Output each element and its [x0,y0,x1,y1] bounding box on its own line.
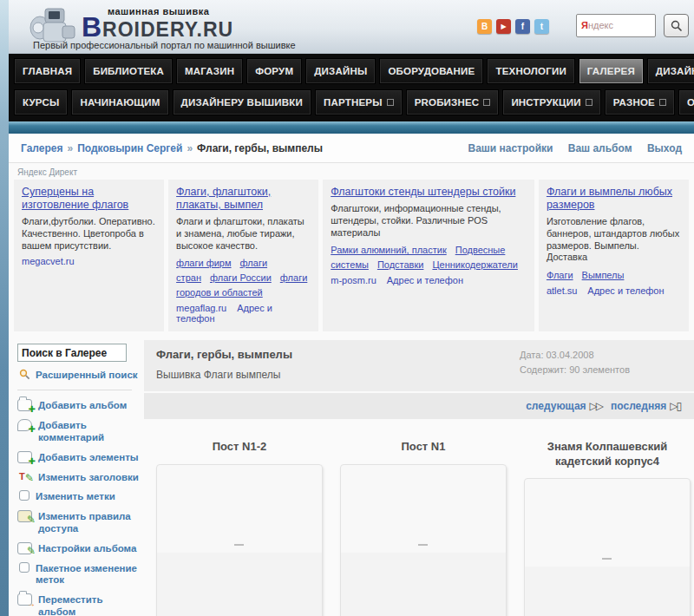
dropdown-indicator-icon [586,99,593,106]
sidebar-action[interactable]: Настройки альбома [17,542,139,555]
user-album-link[interactable]: Ваш альбом [568,142,632,154]
ad-link[interactable]: Рамки алюминий, пластик [331,245,447,255]
youtube-icon[interactable] [496,19,511,34]
gallery-cards: Пост N1-2 Дата: 10.06.2015 Новый « опера… [144,419,694,616]
dropdown-indicator-icon [387,99,394,106]
ad-link[interactable]: Вымпелы [582,270,625,280]
sidebar-action[interactable]: Изменить правила доступа [17,510,139,535]
breadcrumb-link-gallery[interactable]: Галерея [21,142,62,154]
user-links: Ваши настройки Ваш альбом Выход [455,142,682,154]
nav-item[interactable]: ПАРТНЕРЫ [315,89,403,115]
pagination-next[interactable]: следующая [526,400,586,412]
item-title: Пост N1 [345,440,501,454]
ad-title[interactable]: Суперцены на изготовление флагов [22,186,156,212]
breadcrumb-link-author[interactable]: Подковырин Сергей [77,142,182,154]
nav-item[interactable]: РАЗНОЕ [605,89,675,115]
nav-item[interactable]: КУРСЫ [14,89,68,115]
edit-access-icon [17,510,32,522]
search-button[interactable] [664,14,689,37]
broken-image-icon [418,544,428,546]
edit-tags-icon [19,490,29,501]
ad-contact[interactable]: Адрес и телефон [587,285,664,296]
nav-item[interactable]: ОБОРУДОВАНИЕ [379,58,483,84]
ad-block: Флагштоки стенды штендеры стойки Флагшто… [323,180,534,331]
ad-title[interactable]: Флагштоки стенды штендеры стойки [331,186,527,199]
edit-titles-icon [17,471,32,483]
sidebar-action[interactable]: Переместить альбом [17,593,139,616]
album-subtitle: Вышивка Флаги вымпелы [156,369,292,381]
yandex-direct-label: Яндекс Директ [17,167,694,177]
nav-item[interactable]: ДИЗАЙНЕРУ ВЫШИВКИ [173,89,311,115]
nav-item[interactable]: МАГАЗИН [176,58,243,84]
site-header: машинная вышивка BROIDERY.RU Первый проф… [9,0,694,54]
twitter-icon[interactable] [534,19,549,34]
ad-text: Флагштоки, информационные стенды, штенде… [331,203,527,239]
yandex-search-widget: Яндекс [576,14,689,37]
gallery-search-input[interactable] [17,344,127,362]
main-row: Расширенный поиск Добавить альбом Добави… [9,340,694,616]
pagination-bar: следующая▷▷последняя▷▯ [144,391,694,419]
ad-link[interactable]: флаги России [210,272,272,283]
sidebar-action[interactable]: Добавить элементы [17,451,139,464]
sidebar-action[interactable]: Изменить заголовки [17,471,139,484]
content-area: Галерея»Подковырин Сергей»Флаги, гербы, … [9,134,694,616]
item-thumbnail[interactable] [524,478,691,616]
album-header: Флаги, гербы, вымпелы Вышивка Флаги вымп… [144,340,694,391]
nav-item[interactable]: ИНСТРУКЦИИ [502,89,600,115]
logo-title: BROIDERY.RU [82,16,233,40]
ad-domain[interactable]: m-posm.ru [331,275,376,285]
ad-links: Рамки алюминий, пластикПодвесные системы… [331,243,527,272]
item-title: Знамя Колпашевский кадетский корпус4 [529,440,685,469]
ad-domain[interactable]: megaflag.ru [176,303,226,313]
nav-item[interactable]: БИБЛИОТЕКА [84,58,173,84]
ad-contact[interactable]: Адрес и телефон [387,275,463,285]
sidebar-action[interactable]: Добавить комментарий [17,419,139,444]
breadcrumb-bar: Галерея»Подковырин Сергей»Флаги, гербы, … [9,134,694,163]
album-date: Дата: 03.04.2008 [520,348,630,363]
sidebar-actions: Добавить альбом Добавить комментарий Доб… [17,399,139,616]
pagination-last[interactable]: последняя [611,400,666,412]
ad-footer: atlet.suАдрес и телефон [547,285,681,296]
ad-text: Флаги и флагштоки, плакаты и знамена, лю… [176,216,311,252]
nav-item[interactable]: ГЛАВНАЯ [14,58,81,84]
logout-link[interactable]: Выход [647,142,682,154]
ad-link[interactable]: флаги фирм [176,258,231,268]
advanced-search-link[interactable]: Расширенный поиск [19,369,139,380]
item-title: Пост N1-2 [161,440,318,454]
gallery-card: Пост N1-2 Дата: 10.06.2015 Новый « опера… [156,419,323,616]
ad-title[interactable]: Флаги, флагштоки, плакаты, вымпел [176,186,311,212]
nav-item[interactable]: ФОРУМ [246,58,302,84]
yandex-search-input[interactable]: Яндекс [576,14,656,37]
broken-image-icon [602,558,612,560]
user-settings-link[interactable]: Ваши настройки [468,142,553,154]
page-wrapper: машинная вышивка BROIDERY.RU Первый проф… [9,0,694,616]
sidebar-action[interactable]: Пакетное изменение меток [17,562,139,587]
nav-row-2: КУРСЫ НАЧИНАЮЩИМ ДИЗАЙНЕРУ ВЫШИВКИ ПАРТН… [12,87,691,118]
gallery-card: Знамя Колпашевский кадетский корпус4 Дат… [524,419,691,616]
blogger-icon[interactable] [477,19,492,34]
sidebar: Расширенный поиск Добавить альбом Добави… [9,340,139,616]
next-page-icon[interactable]: ▷▷ [590,400,602,412]
nav-item[interactable]: ГАЛЕРЕЯ [579,58,644,84]
ad-link[interactable]: Ценникодержатели [432,259,517,270]
nav-item[interactable]: О НАС [678,89,694,115]
breadcrumb-separator: » [187,142,193,154]
breadcrumb-separator: » [67,142,73,154]
ad-domain[interactable]: megacvet.ru [22,256,75,266]
facebook-icon[interactable] [515,19,530,34]
ad-link[interactable]: Флаги [547,270,573,280]
ad-domain[interactable]: atlet.su [547,285,577,296]
nav-item[interactable]: НАЧИНАЮЩИМ [71,89,168,115]
broken-image-icon [234,544,244,546]
nav-item[interactable]: ДИЗАЙНЕРЫ [647,58,694,84]
item-thumbnail[interactable] [156,464,323,616]
ad-title[interactable]: Флаги и вымпелы любых размеров [547,186,681,212]
sidebar-action[interactable]: Изменить метки [17,490,139,503]
nav-item[interactable]: ТЕХНОЛОГИИ [487,58,574,84]
item-thumbnail[interactable] [340,464,507,616]
last-page-icon[interactable]: ▷▯ [670,400,680,412]
ad-link[interactable]: Подставки [377,259,424,270]
nav-item[interactable]: ДИЗАЙНЫ [305,58,376,84]
sidebar-action[interactable]: Добавить альбом [17,399,139,412]
nav-item[interactable]: PROБИЗНЕС [406,89,500,115]
